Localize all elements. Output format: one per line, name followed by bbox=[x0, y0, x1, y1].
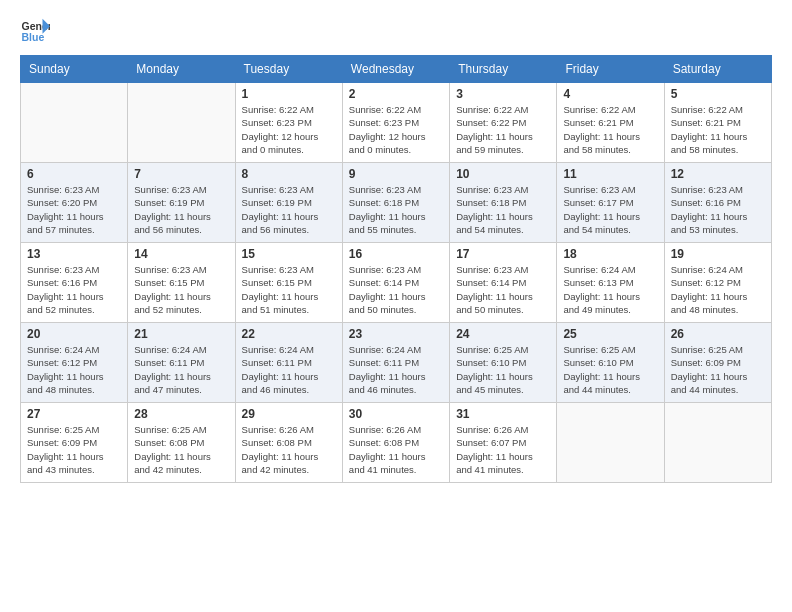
calendar-cell: 19Sunrise: 6:24 AM Sunset: 6:12 PM Dayli… bbox=[664, 243, 771, 323]
calendar-cell: 28Sunrise: 6:25 AM Sunset: 6:08 PM Dayli… bbox=[128, 403, 235, 483]
calendar-cell: 7Sunrise: 6:23 AM Sunset: 6:19 PM Daylig… bbox=[128, 163, 235, 243]
day-number: 13 bbox=[27, 247, 121, 261]
day-info: Sunrise: 6:23 AM Sunset: 6:15 PM Dayligh… bbox=[242, 263, 336, 316]
day-number: 9 bbox=[349, 167, 443, 181]
day-info: Sunrise: 6:24 AM Sunset: 6:11 PM Dayligh… bbox=[134, 343, 228, 396]
day-info: Sunrise: 6:23 AM Sunset: 6:15 PM Dayligh… bbox=[134, 263, 228, 316]
header: General Blue bbox=[20, 15, 772, 45]
day-number: 30 bbox=[349, 407, 443, 421]
calendar-cell: 27Sunrise: 6:25 AM Sunset: 6:09 PM Dayli… bbox=[21, 403, 128, 483]
day-info: Sunrise: 6:24 AM Sunset: 6:12 PM Dayligh… bbox=[671, 263, 765, 316]
day-info: Sunrise: 6:22 AM Sunset: 6:22 PM Dayligh… bbox=[456, 103, 550, 156]
day-number: 23 bbox=[349, 327, 443, 341]
day-info: Sunrise: 6:23 AM Sunset: 6:18 PM Dayligh… bbox=[349, 183, 443, 236]
day-number: 5 bbox=[671, 87, 765, 101]
day-number: 22 bbox=[242, 327, 336, 341]
weekday-header-monday: Monday bbox=[128, 56, 235, 83]
day-info: Sunrise: 6:26 AM Sunset: 6:07 PM Dayligh… bbox=[456, 423, 550, 476]
day-number: 31 bbox=[456, 407, 550, 421]
day-info: Sunrise: 6:23 AM Sunset: 6:14 PM Dayligh… bbox=[456, 263, 550, 316]
day-info: Sunrise: 6:23 AM Sunset: 6:19 PM Dayligh… bbox=[134, 183, 228, 236]
calendar-cell bbox=[21, 83, 128, 163]
day-number: 7 bbox=[134, 167, 228, 181]
weekday-header-wednesday: Wednesday bbox=[342, 56, 449, 83]
day-number: 4 bbox=[563, 87, 657, 101]
day-number: 15 bbox=[242, 247, 336, 261]
day-info: Sunrise: 6:26 AM Sunset: 6:08 PM Dayligh… bbox=[242, 423, 336, 476]
calendar-cell bbox=[664, 403, 771, 483]
day-number: 14 bbox=[134, 247, 228, 261]
day-number: 8 bbox=[242, 167, 336, 181]
day-info: Sunrise: 6:23 AM Sunset: 6:14 PM Dayligh… bbox=[349, 263, 443, 316]
day-info: Sunrise: 6:23 AM Sunset: 6:17 PM Dayligh… bbox=[563, 183, 657, 236]
day-number: 10 bbox=[456, 167, 550, 181]
logo: General Blue bbox=[20, 15, 54, 45]
calendar-cell: 6Sunrise: 6:23 AM Sunset: 6:20 PM Daylig… bbox=[21, 163, 128, 243]
calendar-cell: 15Sunrise: 6:23 AM Sunset: 6:15 PM Dayli… bbox=[235, 243, 342, 323]
day-number: 16 bbox=[349, 247, 443, 261]
calendar-cell: 14Sunrise: 6:23 AM Sunset: 6:15 PM Dayli… bbox=[128, 243, 235, 323]
calendar-cell: 29Sunrise: 6:26 AM Sunset: 6:08 PM Dayli… bbox=[235, 403, 342, 483]
calendar-week-5: 27Sunrise: 6:25 AM Sunset: 6:09 PM Dayli… bbox=[21, 403, 772, 483]
day-info: Sunrise: 6:25 AM Sunset: 6:10 PM Dayligh… bbox=[456, 343, 550, 396]
day-info: Sunrise: 6:23 AM Sunset: 6:18 PM Dayligh… bbox=[456, 183, 550, 236]
calendar-cell: 20Sunrise: 6:24 AM Sunset: 6:12 PM Dayli… bbox=[21, 323, 128, 403]
day-info: Sunrise: 6:23 AM Sunset: 6:19 PM Dayligh… bbox=[242, 183, 336, 236]
svg-text:Blue: Blue bbox=[22, 31, 45, 43]
day-number: 3 bbox=[456, 87, 550, 101]
day-number: 2 bbox=[349, 87, 443, 101]
day-info: Sunrise: 6:25 AM Sunset: 6:08 PM Dayligh… bbox=[134, 423, 228, 476]
day-number: 1 bbox=[242, 87, 336, 101]
day-number: 28 bbox=[134, 407, 228, 421]
calendar-cell: 5Sunrise: 6:22 AM Sunset: 6:21 PM Daylig… bbox=[664, 83, 771, 163]
calendar-cell: 3Sunrise: 6:22 AM Sunset: 6:22 PM Daylig… bbox=[450, 83, 557, 163]
weekday-header-tuesday: Tuesday bbox=[235, 56, 342, 83]
calendar-cell: 17Sunrise: 6:23 AM Sunset: 6:14 PM Dayli… bbox=[450, 243, 557, 323]
day-info: Sunrise: 6:24 AM Sunset: 6:11 PM Dayligh… bbox=[242, 343, 336, 396]
calendar-week-3: 13Sunrise: 6:23 AM Sunset: 6:16 PM Dayli… bbox=[21, 243, 772, 323]
day-number: 29 bbox=[242, 407, 336, 421]
calendar-cell: 26Sunrise: 6:25 AM Sunset: 6:09 PM Dayli… bbox=[664, 323, 771, 403]
day-info: Sunrise: 6:25 AM Sunset: 6:10 PM Dayligh… bbox=[563, 343, 657, 396]
day-info: Sunrise: 6:22 AM Sunset: 6:21 PM Dayligh… bbox=[671, 103, 765, 156]
day-info: Sunrise: 6:24 AM Sunset: 6:11 PM Dayligh… bbox=[349, 343, 443, 396]
day-number: 6 bbox=[27, 167, 121, 181]
weekday-header-saturday: Saturday bbox=[664, 56, 771, 83]
day-info: Sunrise: 6:25 AM Sunset: 6:09 PM Dayligh… bbox=[671, 343, 765, 396]
calendar-table: SundayMondayTuesdayWednesdayThursdayFrid… bbox=[20, 55, 772, 483]
calendar-cell: 18Sunrise: 6:24 AM Sunset: 6:13 PM Dayli… bbox=[557, 243, 664, 323]
day-number: 11 bbox=[563, 167, 657, 181]
weekday-header-thursday: Thursday bbox=[450, 56, 557, 83]
weekday-header-row: SundayMondayTuesdayWednesdayThursdayFrid… bbox=[21, 56, 772, 83]
day-info: Sunrise: 6:23 AM Sunset: 6:16 PM Dayligh… bbox=[27, 263, 121, 316]
calendar-cell: 16Sunrise: 6:23 AM Sunset: 6:14 PM Dayli… bbox=[342, 243, 449, 323]
calendar-cell: 10Sunrise: 6:23 AM Sunset: 6:18 PM Dayli… bbox=[450, 163, 557, 243]
calendar-week-2: 6Sunrise: 6:23 AM Sunset: 6:20 PM Daylig… bbox=[21, 163, 772, 243]
calendar-week-1: 1Sunrise: 6:22 AM Sunset: 6:23 PM Daylig… bbox=[21, 83, 772, 163]
calendar-cell: 31Sunrise: 6:26 AM Sunset: 6:07 PM Dayli… bbox=[450, 403, 557, 483]
day-number: 12 bbox=[671, 167, 765, 181]
day-number: 27 bbox=[27, 407, 121, 421]
day-number: 24 bbox=[456, 327, 550, 341]
logo-icon: General Blue bbox=[20, 15, 50, 45]
weekday-header-sunday: Sunday bbox=[21, 56, 128, 83]
day-number: 26 bbox=[671, 327, 765, 341]
calendar-cell: 24Sunrise: 6:25 AM Sunset: 6:10 PM Dayli… bbox=[450, 323, 557, 403]
weekday-header-friday: Friday bbox=[557, 56, 664, 83]
day-info: Sunrise: 6:25 AM Sunset: 6:09 PM Dayligh… bbox=[27, 423, 121, 476]
day-number: 21 bbox=[134, 327, 228, 341]
calendar-cell: 23Sunrise: 6:24 AM Sunset: 6:11 PM Dayli… bbox=[342, 323, 449, 403]
day-info: Sunrise: 6:26 AM Sunset: 6:08 PM Dayligh… bbox=[349, 423, 443, 476]
calendar-cell bbox=[557, 403, 664, 483]
calendar-cell: 30Sunrise: 6:26 AM Sunset: 6:08 PM Dayli… bbox=[342, 403, 449, 483]
day-info: Sunrise: 6:24 AM Sunset: 6:13 PM Dayligh… bbox=[563, 263, 657, 316]
day-info: Sunrise: 6:22 AM Sunset: 6:23 PM Dayligh… bbox=[349, 103, 443, 156]
calendar-cell: 2Sunrise: 6:22 AM Sunset: 6:23 PM Daylig… bbox=[342, 83, 449, 163]
calendar-cell: 22Sunrise: 6:24 AM Sunset: 6:11 PM Dayli… bbox=[235, 323, 342, 403]
day-number: 20 bbox=[27, 327, 121, 341]
day-info: Sunrise: 6:22 AM Sunset: 6:23 PM Dayligh… bbox=[242, 103, 336, 156]
calendar-cell bbox=[128, 83, 235, 163]
day-number: 17 bbox=[456, 247, 550, 261]
calendar-cell: 21Sunrise: 6:24 AM Sunset: 6:11 PM Dayli… bbox=[128, 323, 235, 403]
calendar-cell: 1Sunrise: 6:22 AM Sunset: 6:23 PM Daylig… bbox=[235, 83, 342, 163]
